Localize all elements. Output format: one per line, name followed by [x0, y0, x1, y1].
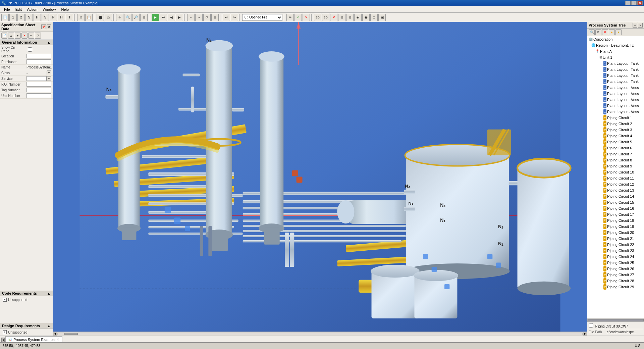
toolbar-undo[interactable]: ↩ [223, 14, 230, 21]
panel-close-button[interactable]: ✕ [47, 24, 51, 29]
tree-node-plant-a[interactable]: 📍 Plant A [587, 48, 644, 54]
tree-node-pc19[interactable]: P Piping Circuit 19 [587, 223, 644, 230]
tree-panel-pin-button[interactable]: ─ [633, 23, 637, 28]
spec-delete-button[interactable]: ✕ [21, 33, 28, 39]
tree-panel-close-button[interactable]: ✕ [638, 23, 643, 28]
menu-help[interactable]: Help [58, 7, 71, 12]
tree-node-pc4[interactable]: P Piping Circuit 4 [587, 133, 644, 139]
spec-up-button[interactable]: ▲ [8, 33, 14, 39]
toolbar-circle2[interactable]: ◎ [105, 14, 112, 21]
scrollbar-thumb[interactable] [64, 333, 78, 335]
design-req-header[interactable]: Design Requirements ▲ [0, 323, 53, 329]
toolbar-extra4[interactable]: ◉ [362, 14, 370, 21]
toolbar-btnT[interactable]: T [66, 14, 73, 21]
toolbar-nav-next[interactable]: ▶ [176, 14, 183, 21]
toolbar-check[interactable]: ✓ [294, 14, 302, 21]
tree-node-pc7[interactable]: P Piping Circuit 7 [587, 151, 644, 157]
toolbar-nav3[interactable]: ⟳ [203, 14, 211, 21]
spec-edit-button[interactable]: ✏ [28, 33, 34, 39]
spec-help-button[interactable]: ? [35, 33, 41, 39]
tree-node-pc21[interactable]: P Piping Circuit 21 [587, 236, 644, 242]
tree-node-vess5[interactable]: 1 Plant Layout - Vess [587, 109, 644, 115]
tree-node-pc29[interactable]: P Piping Circuit 29 [587, 284, 644, 290]
tree-node-pc6[interactable]: P Piping Circuit 6 [587, 145, 644, 151]
menu-action[interactable]: Action [24, 7, 40, 12]
tree-node-tank4[interactable]: 1 Plant Layout - Tank [587, 79, 644, 85]
menu-window[interactable]: Window [40, 7, 58, 12]
toolbar-cancel[interactable]: ✕ [303, 14, 310, 21]
design-expand-btn[interactable]: + [3, 330, 7, 334]
tree-node-pc22[interactable]: P Piping Circuit 22 [587, 242, 644, 248]
menu-file[interactable]: File [1, 7, 13, 12]
tree-node-pc8[interactable]: P Piping Circuit 8 [587, 157, 644, 163]
tree-node-pc15[interactable]: P Piping Circuit 15 [587, 199, 644, 205]
tree-node-corporation[interactable]: 🏢 Corporation [587, 36, 644, 42]
toolbar-btnP[interactable]: P [50, 14, 57, 21]
close-button[interactable]: ✕ [637, 1, 643, 5]
scrollbar-track[interactable] [57, 333, 583, 335]
menu-edit[interactable]: Edit [13, 7, 24, 12]
opened-file-dropdown[interactable]: 0 : Opened File [242, 14, 282, 21]
toolbar-3d1[interactable]: 3D [314, 14, 321, 21]
tree-node-pc12[interactable]: P Piping Circuit 12 [587, 181, 644, 187]
general-info-header[interactable]: General Information ▲ [0, 40, 53, 45]
toolbar-extra1[interactable]: ⊟ [338, 14, 345, 21]
tree-footer-checkbox[interactable] [589, 323, 593, 328]
toolbar-zoom-out[interactable]: 🔎 [132, 14, 140, 21]
tree-scrollbar-thumb[interactable] [588, 319, 644, 321]
minimize-button[interactable]: ─ [625, 1, 631, 5]
tree-node-tank1[interactable]: 1 Plant Layout - Tank [587, 60, 644, 66]
toolbar-extra2[interactable]: ⊞ [346, 14, 354, 21]
class-dropdown-btn[interactable]: ▼ [47, 70, 51, 75]
tree-node-tank3[interactable]: 1 Plant Layout - Tank [587, 72, 644, 79]
service-dropdown-btn[interactable]: ▼ [47, 76, 51, 81]
location-input[interactable] [26, 54, 51, 58]
unit-number-input[interactable] [26, 93, 51, 98]
tree-node-vess4[interactable]: 1 Plant Layout - Vess [587, 103, 644, 109]
toolbar-copy[interactable]: ⧉ [77, 14, 85, 21]
tree-scrollbar-track[interactable] [587, 319, 644, 321]
tree-node-pc20[interactable]: P Piping Circuit 20 [587, 230, 644, 236]
toolbar-arrows[interactable]: ⇄ [160, 14, 167, 21]
tree-node-pc27[interactable]: P Piping Circuit 27 [587, 272, 644, 278]
toolbar-btn1[interactable]: 1 [9, 14, 17, 21]
panel-pin-button[interactable]: 📌 [41, 24, 46, 29]
tree-node-pc23[interactable]: P Piping Circuit 23 [587, 248, 644, 254]
scrollbar-right-btn[interactable]: ▶ [583, 332, 587, 336]
tree-node-pc26[interactable]: P Piping Circuit 26 [587, 266, 644, 272]
tree-node-pc25[interactable]: P Piping Circuit 25 [587, 260, 644, 266]
toolbar-nav4[interactable]: ⊞ [211, 14, 219, 21]
toolbar-circle[interactable]: ⬤ [97, 14, 104, 21]
viewport-hscrollbar[interactable]: ◀ ▶ [53, 332, 587, 336]
tree-node-pc3[interactable]: P Piping Circuit 3 [587, 127, 644, 133]
toolbar-extra6[interactable]: ▣ [378, 14, 386, 21]
tree-refresh-button[interactable]: ⟳ [595, 29, 601, 35]
toolbar-zoom-in[interactable]: 🔍 [124, 14, 131, 21]
toolbar-btnH2[interactable]: H [58, 14, 65, 21]
tree-node-pc13[interactable]: P Piping Circuit 13 [587, 187, 644, 193]
toolbar-new[interactable]: 📄 [1, 14, 9, 21]
viewport-3d[interactable]: N₁ N₁ [53, 22, 587, 336]
tab-close-btn[interactable]: ✕ [57, 338, 59, 341]
tree-node-pc16[interactable]: P Piping Circuit 16 [587, 205, 644, 211]
tag-number-input[interactable] [26, 88, 51, 92]
tree-orange-button[interactable]: ● [609, 29, 615, 35]
tree-node-tank2[interactable]: 1 Plant Layout - Tank [587, 66, 644, 72]
tree-node-pc10[interactable]: P Piping Circuit 10 [587, 169, 644, 175]
purchaser-input[interactable] [26, 59, 51, 64]
spec-new-button[interactable]: 📄 [1, 33, 7, 39]
toolbar-extra3[interactable]: ◈ [354, 14, 362, 21]
code-req-header[interactable]: Code Requirements ▲ [0, 291, 53, 296]
tree-node-pc17[interactable]: P Piping Circuit 17 [587, 211, 644, 217]
toolbar-nav2[interactable]: → [195, 14, 203, 21]
toolbar-paste[interactable]: 📋 [85, 14, 93, 21]
toolbar-btnS2[interactable]: S [42, 14, 49, 21]
toolbar-btn2[interactable]: 2 [17, 14, 25, 21]
toolbar-nav-prev[interactable]: ◀ [168, 14, 175, 21]
toolbar-3d2[interactable]: 3D [322, 14, 329, 21]
toolbar-redo[interactable]: ↪ [231, 14, 238, 21]
toolbar-pencil[interactable]: ✏ [286, 14, 294, 21]
restore-button[interactable]: □ [631, 1, 637, 5]
tree-node-vess1[interactable]: 1 Plant Layout - Vess [587, 85, 644, 91]
show-on-repo-checkbox[interactable] [28, 47, 32, 52]
